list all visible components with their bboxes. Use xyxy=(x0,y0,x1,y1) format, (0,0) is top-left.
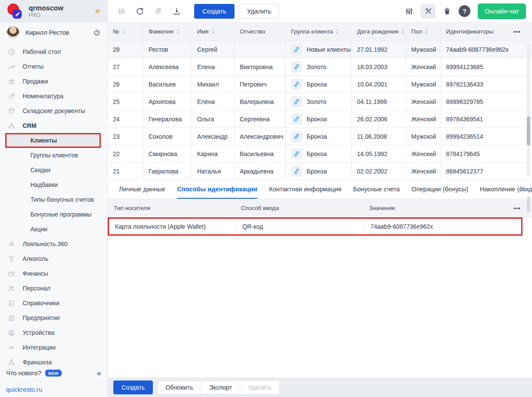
export-button[interactable]: Экспорт xyxy=(201,380,241,394)
trash-icon[interactable] xyxy=(443,7,451,15)
column-header-carrier-type[interactable]: Тип носителя xyxy=(108,199,235,217)
column-header-sex[interactable]: Пол ▲▼ xyxy=(406,23,441,40)
empty-area xyxy=(108,236,532,377)
whats-new-label: Что нового? xyxy=(6,370,41,377)
basket-icon xyxy=(7,78,16,85)
sort-icon: ▲▼ xyxy=(336,29,339,35)
identification-row-highlighted[interactable]: Карта лояльности (Apple Wallet) QR-код 7… xyxy=(108,217,522,236)
sidebar-item-bonus-programs[interactable]: Бонусные программы xyxy=(0,207,107,222)
more-columns-icon[interactable]: ••• xyxy=(513,205,521,211)
refresh-icon[interactable] xyxy=(135,7,144,16)
column-header-group[interactable]: Группа клиента ▲▼ xyxy=(286,23,352,40)
sidebar-item-label: Клиенты xyxy=(30,137,57,144)
tools-icon[interactable] xyxy=(421,4,436,19)
create-button[interactable]: Создать xyxy=(194,4,235,19)
column-header-name[interactable]: Имя ▲▼ xyxy=(192,23,235,40)
table-row[interactable]: 23 Соколов Александр Александрович Бронз… xyxy=(108,128,532,145)
sidebar-item-bonus-account-types[interactable]: Типы бонусных счетов xyxy=(0,192,107,207)
people-icon xyxy=(7,285,16,292)
table-row[interactable]: 28 Рестов Сергей Новые клиенты 27.01.199… xyxy=(108,41,532,58)
tab-identification-methods[interactable]: Способы идентификации xyxy=(177,180,258,199)
table-row[interactable]: 26 Васильев Михаил Петрович Бронза 10.04… xyxy=(108,76,532,93)
collapse-sidebar-icon[interactable]: « xyxy=(97,369,101,378)
sidebar-item-clients[interactable]: Клиенты xyxy=(5,133,101,148)
tab-bonus-accounts[interactable]: Бонусные счета xyxy=(353,180,400,199)
table-row[interactable]: 24 Генералова Ольга Сергеевна Бронза 26.… xyxy=(108,110,532,128)
sidebar-item-integrations[interactable]: ∞ Интеграции xyxy=(0,340,107,355)
sidebar-item-crm[interactable]: CRM xyxy=(0,118,107,133)
sidebar-item-directories[interactable]: Справочники xyxy=(0,296,107,310)
sidebar-item-promotions[interactable]: Акции xyxy=(0,222,107,237)
group-link-icon[interactable] xyxy=(291,79,302,90)
table-row[interactable]: 21 Гаврилова Наталья Аркадьевна Бронза 0… xyxy=(108,163,532,180)
sidebar-item-label: Справочники xyxy=(23,300,59,307)
theme-brightness-icon[interactable]: ☀ xyxy=(94,7,101,17)
sidebar-item-label: Акции xyxy=(30,226,47,233)
column-header-number[interactable]: № ▲▼ xyxy=(108,23,143,40)
sidebar-item-enterprise[interactable]: Предприятие xyxy=(0,310,107,325)
column-header-surname[interactable]: Фамилия ▲▼ xyxy=(143,23,192,40)
delete-button[interactable]: Удалить xyxy=(239,4,279,19)
online-chat-button[interactable]: Онлайн-чат xyxy=(478,3,526,19)
table-scrollbar-thumb[interactable] xyxy=(527,117,530,145)
column-header-birthdate[interactable]: Дата рождения ▲▼ xyxy=(352,23,406,40)
dashboard-icon xyxy=(7,48,16,56)
sidebar-item-label: Франшиза xyxy=(23,359,52,366)
sidebar-item-loyalty360[interactable]: Лояльность.360 xyxy=(0,237,107,251)
group-link-icon[interactable] xyxy=(291,113,302,125)
help-icon[interactable]: ? xyxy=(459,5,470,17)
sidebar-item-client-groups[interactable]: Группы клиентов xyxy=(0,148,107,163)
column-header-input-method[interactable]: Способ ввода xyxy=(235,199,363,217)
sidebar-item-surcharges[interactable]: Надбавки xyxy=(0,177,107,192)
user-name: Кирилл Рестов xyxy=(26,29,69,36)
logo-row: qrmoscow PRO ☀ xyxy=(0,0,107,23)
sidebar-item-devices[interactable]: Устройства xyxy=(0,325,107,340)
sidebar-item-nomenclature[interactable]: Номенклатура xyxy=(0,89,107,103)
sidebar-item-finance[interactable]: Финансы xyxy=(0,266,107,281)
sidebar-item-warehouse-docs[interactable]: Складские документы xyxy=(0,103,107,118)
table-row[interactable]: 22 Смирнова Карина Васильевна Бронза 14.… xyxy=(108,145,532,163)
close-icon[interactable]: × xyxy=(519,183,525,194)
sidebar-item-label: Группы клиентов xyxy=(30,152,78,159)
more-columns-icon[interactable]: ••• xyxy=(513,28,521,35)
site-link[interactable]: quickresto.ru xyxy=(6,386,42,393)
brand-block: qrmoscow PRO xyxy=(29,4,63,19)
avatar xyxy=(7,26,20,39)
sidebar-item-staff[interactable]: Персонал xyxy=(0,281,107,296)
table-row[interactable]: 27 Алексеева Елена Викторовна Золото 18.… xyxy=(108,58,532,76)
column-header-identifiers[interactable]: Идентификаторы ••• xyxy=(441,23,532,40)
download-icon[interactable] xyxy=(172,7,181,16)
group-link-icon[interactable] xyxy=(291,131,302,142)
whats-new-row[interactable]: Что нового? NEW « xyxy=(0,367,107,379)
table-scrollbar-track xyxy=(527,43,530,177)
group-link-icon[interactable] xyxy=(291,148,302,160)
bottom-action-bar: Создать Обновить Экспорт Удалить xyxy=(108,377,532,397)
martini-glass-icon xyxy=(7,255,16,263)
detail-scrollbar-thumb[interactable] xyxy=(527,197,530,212)
table-row[interactable]: 25 Архипова Елена Валерьевна Золото 04.1… xyxy=(108,93,532,110)
sidebar-item-discounts[interactable]: Скидки xyxy=(0,163,107,177)
refresh-button[interactable]: Обновить xyxy=(157,380,201,394)
sidebar-item-reports[interactable]: Отчеты xyxy=(0,59,107,74)
infinity-icon: ∞ xyxy=(7,344,16,351)
column-header-value[interactable]: Значение ••• xyxy=(363,199,532,217)
sidebar-item-label: Бонусные программы xyxy=(30,211,92,218)
group-link-icon[interactable] xyxy=(291,96,302,107)
group-link-icon[interactable] xyxy=(291,44,302,55)
brand-plan: PRO xyxy=(29,12,63,18)
column-settings-icon[interactable] xyxy=(405,7,413,16)
group-link-icon[interactable] xyxy=(291,61,302,73)
tab-personal-data[interactable]: Личные данные xyxy=(119,180,165,199)
tab-operations-bonuses[interactable]: Операции (бонусы) xyxy=(411,180,468,199)
group-link-icon[interactable] xyxy=(291,166,302,177)
sidebar-item-alcohol[interactable]: Алкоголь xyxy=(0,251,107,266)
column-header-patronymic[interactable]: Отчество xyxy=(235,23,286,40)
sidebar-item-franchise[interactable]: Франшиза xyxy=(0,355,107,367)
sidebar-item-sales[interactable]: Продажи xyxy=(0,74,107,89)
sidebar-item-dashboard[interactable]: Рабочий стол xyxy=(0,44,107,59)
logout-power-icon[interactable] xyxy=(93,29,101,37)
create-button-bottom[interactable]: Создать xyxy=(113,380,153,394)
tab-contact-info[interactable]: Контактная информация xyxy=(269,180,342,199)
sort-icon: ▲▼ xyxy=(401,29,404,35)
trend-chart-icon xyxy=(7,63,16,70)
